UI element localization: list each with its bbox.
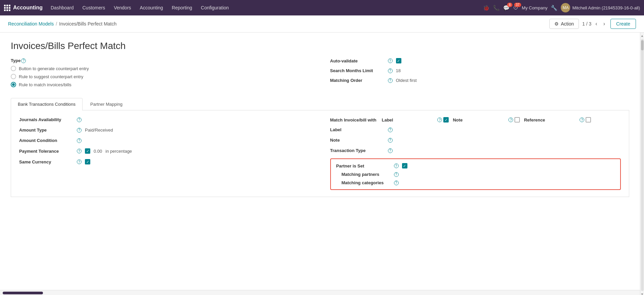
note-field-help[interactable]: ? (388, 138, 393, 143)
user-menu[interactable]: MA Mitchell Admin (21945339-16-0-all) (561, 3, 640, 12)
two-col: Journals Availability ? Amount Type ? Pa… (19, 117, 621, 190)
same-currency-row: Same Currency ? ✓ (19, 159, 310, 164)
phone-icon[interactable]: 📞 (493, 5, 500, 11)
nav-accounting[interactable]: Accounting (136, 3, 167, 12)
same-currency-help[interactable]: ? (77, 159, 82, 164)
form-title: Invoices/Bills Perfect Match (11, 41, 629, 51)
payment-tolerance-help[interactable]: ? (77, 149, 82, 153)
type-help-icon[interactable]: ? (21, 58, 26, 63)
search-months-row: Search Months Limit ? 18 (330, 68, 630, 73)
payment-tolerance-label: Payment Tolerance (19, 149, 73, 154)
payment-tolerance-checkbox[interactable]: ✓ (85, 148, 90, 154)
bug-icon[interactable]: 🐞 (483, 5, 490, 11)
gear-icon: ⚙ (554, 21, 559, 27)
nav-customers[interactable]: Customers (79, 3, 109, 12)
app-name[interactable]: Accounting (13, 5, 43, 11)
company-name[interactable]: My Company (522, 5, 548, 10)
partner-is-set-checkbox[interactable]: ✓ (402, 163, 407, 168)
timer-icon[interactable]: ⏱ 37 (513, 5, 518, 11)
label-field-help[interactable]: ? (388, 128, 393, 132)
app-brand[interactable]: Accounting (4, 5, 43, 11)
amount-condition-help[interactable]: ? (77, 138, 82, 143)
radio-label-1: Button to generate counterpart entry (19, 66, 89, 71)
amount-condition-label: Amount Condition (19, 138, 73, 143)
amount-type-help[interactable]: ? (77, 128, 82, 133)
payment-tolerance-row: Payment Tolerance ? ✓ 0.00 in percentage (19, 148, 310, 154)
scroll-up-arrow[interactable]: ▲ (641, 34, 644, 38)
page-scroll: Invoices/Bills Perfect Match Type ? Butt… (0, 33, 640, 295)
matching-partners-row: Matching partners ? (336, 172, 615, 177)
radio-circle-1 (11, 66, 16, 71)
match-reference-help[interactable]: ? (580, 117, 584, 122)
scroll-thumb-horizontal (3, 292, 43, 294)
radio-match-invoices[interactable]: Rule to match invoices/bills (11, 82, 310, 87)
matching-order-row: Matching Order ? Oldest first (330, 78, 630, 83)
auto-validate-help-icon[interactable]: ? (388, 58, 393, 63)
action-button[interactable]: ⚙ Action (549, 19, 579, 29)
settings-icon[interactable]: 🔧 (551, 5, 557, 11)
breadcrumb-parent[interactable]: Reconciliation Models (8, 21, 54, 27)
journals-availability-label: Journals Availability (19, 117, 73, 122)
matching-order-help-icon[interactable]: ? (388, 78, 393, 83)
search-months-help-icon[interactable]: ? (388, 68, 393, 73)
breadcrumb: Reconciliation Models / Invoices/Bills P… (8, 21, 116, 27)
match-reference-label: Reference (524, 117, 578, 122)
match-note-help[interactable]: ? (508, 117, 513, 122)
transaction-type-help[interactable]: ? (388, 148, 393, 153)
create-button[interactable]: Create (610, 19, 636, 29)
match-label-help[interactable]: ? (437, 117, 442, 122)
breadcrumb-actions: ⚙ Action 1 / 3 ‹ › Create (549, 19, 636, 29)
nav-reporting[interactable]: Reporting (168, 3, 196, 12)
matching-categories-help[interactable]: ? (394, 181, 399, 185)
note-check-group: Note ? (453, 117, 520, 122)
tabs: Bank Transactions Conditions Partner Map… (11, 98, 629, 110)
matching-categories-row: Matching categories ? (336, 180, 615, 185)
right-scrollbar: ▲ ▼ (640, 33, 644, 295)
partner-is-set-row: Partner is Set ? ✓ (336, 163, 615, 168)
nav-vendors[interactable]: Vendors (110, 3, 135, 12)
matching-order-value: Oldest first (396, 78, 417, 83)
match-invoice-row: Match Invoice/bill with Label ? ✓ Note ? (330, 117, 621, 122)
reference-check-group: Reference ? (524, 117, 591, 122)
same-currency-label: Same Currency (19, 159, 73, 164)
nav-dashboard[interactable]: Dashboard (47, 3, 78, 12)
bottom-scrollbar[interactable] (0, 290, 640, 295)
same-currency-checkbox[interactable]: ✓ (85, 159, 90, 164)
journals-availability-help[interactable]: ? (77, 117, 82, 122)
match-reference-checkbox[interactable] (586, 117, 591, 122)
grid-icon (4, 5, 10, 11)
partner-is-set-help[interactable]: ? (394, 163, 399, 168)
pager-prev[interactable]: ‹ (593, 20, 599, 28)
matching-partners-help[interactable]: ? (394, 172, 399, 177)
nav-menu: Dashboard Customers Vendors Accounting R… (47, 3, 233, 12)
amount-type-value: Paid/Received (85, 128, 113, 133)
partner-is-set-label: Partner is Set (336, 163, 390, 168)
match-invoice-label: Match Invoice/bill with (330, 117, 377, 122)
amount-type-label: Amount Type (19, 128, 73, 133)
type-label: Type (11, 58, 20, 63)
chat-icon[interactable]: 💬 8 (503, 5, 510, 11)
match-note-checkbox[interactable] (514, 117, 520, 122)
tab-bank-transactions[interactable]: Bank Transactions Conditions (11, 98, 83, 110)
auto-validate-label: Auto-validate (330, 58, 384, 63)
matching-order-label: Matching Order (330, 78, 384, 83)
user-avatar: MA (561, 3, 570, 12)
pager-next[interactable]: › (601, 20, 607, 28)
pager: 1 / 3 ‹ › (582, 20, 607, 28)
nav-right: 🐞 📞 💬 8 ⏱ 37 My Company 🔧 MA Mitchell Ad… (483, 3, 640, 12)
search-months-label: Search Months Limit (330, 68, 384, 73)
payment-tolerance-value: 0.00 (94, 149, 102, 154)
search-months-value: 18 (396, 68, 401, 73)
note-field-label: Note (330, 138, 384, 143)
radio-group: Button to generate counterpart entry Rul… (11, 66, 310, 87)
main-content: Invoices/Bills Perfect Match Type ? Butt… (0, 33, 640, 295)
amount-condition-row: Amount Condition ? (19, 138, 310, 143)
tab-partner-mapping[interactable]: Partner Mapping (83, 98, 130, 110)
radio-circle-2 (11, 74, 16, 79)
auto-validate-checkbox[interactable]: ✓ (396, 58, 401, 63)
nav-configuration[interactable]: Configuration (197, 3, 233, 12)
match-label-checkbox[interactable]: ✓ (443, 117, 449, 122)
radio-suggest[interactable]: Rule to suggest counterpart entry (11, 74, 310, 79)
radio-button-generate[interactable]: Button to generate counterpart entry (11, 66, 310, 71)
scroll-down-arrow[interactable]: ▼ (641, 292, 644, 295)
